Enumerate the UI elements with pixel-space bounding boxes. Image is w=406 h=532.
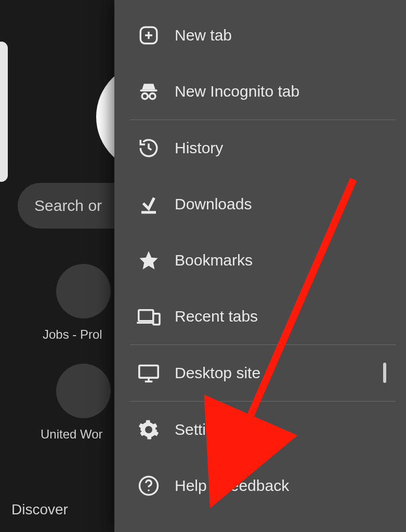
- svg-point-17: [148, 489, 150, 491]
- menu-item-label: Help & feedback: [175, 477, 406, 495]
- menu-item-new-tab[interactable]: New tab: [114, 7, 406, 63]
- shortcut-label: United Wor: [41, 427, 103, 442]
- history-icon: [133, 137, 164, 159]
- star-icon: [133, 249, 164, 271]
- shortcut-tile[interactable]: [56, 264, 111, 318]
- menu-item-label: Bookmarks: [175, 251, 406, 269]
- shortcut-tile[interactable]: [56, 364, 111, 418]
- menu-item-label: New Incognito tab: [175, 83, 406, 100]
- menu-item-downloads[interactable]: Downloads: [114, 176, 406, 232]
- menu-item-label: Downloads: [175, 195, 406, 213]
- menu-item-label: New tab: [175, 26, 406, 44]
- menu-item-help-feedback[interactable]: Help & feedback: [114, 458, 406, 514]
- svg-rect-3: [140, 89, 158, 91]
- shortcut-label: Jobs - Prol: [43, 327, 102, 342]
- svg-point-4: [142, 94, 148, 99]
- svg-marker-8: [140, 251, 158, 270]
- svg-point-15: [146, 427, 151, 432]
- menu-item-new-incognito-tab[interactable]: New Incognito tab: [114, 63, 406, 119]
- incognito-icon: [133, 80, 164, 103]
- monitor-icon: [133, 363, 164, 383]
- menu-item-recent-tabs[interactable]: Recent tabs: [114, 288, 406, 344]
- menu-item-desktop-site[interactable]: Desktop site: [114, 345, 406, 401]
- screen: Search or Jobs - Prol United Wor Discove…: [0, 0, 406, 532]
- svg-rect-9: [139, 310, 153, 321]
- menu-item-label: Settings: [175, 421, 406, 438]
- search-placeholder: Search or: [34, 197, 102, 215]
- devices-icon: [133, 305, 164, 327]
- svg-rect-11: [153, 314, 160, 325]
- menu-item-history[interactable]: History: [114, 120, 406, 176]
- svg-rect-12: [139, 365, 158, 378]
- help-icon: [133, 475, 164, 497]
- menu-item-label: History: [175, 139, 406, 157]
- menu-item-bookmarks[interactable]: Bookmarks: [114, 232, 406, 288]
- desktop-site-checkbox[interactable]: [383, 364, 386, 382]
- overflow-menu: New tab New Incognito tab: [114, 0, 406, 532]
- plus-box-icon: [133, 24, 164, 46]
- menu-item-label: Desktop site: [175, 364, 383, 382]
- svg-point-5: [150, 94, 155, 99]
- discover-heading: Discover: [11, 501, 68, 518]
- download-icon: [133, 193, 164, 215]
- address-bar-fragment: [0, 42, 8, 182]
- menu-item-label: Recent tabs: [175, 308, 406, 325]
- menu-item-settings[interactable]: Settings: [114, 402, 406, 458]
- gear-icon: [133, 419, 164, 441]
